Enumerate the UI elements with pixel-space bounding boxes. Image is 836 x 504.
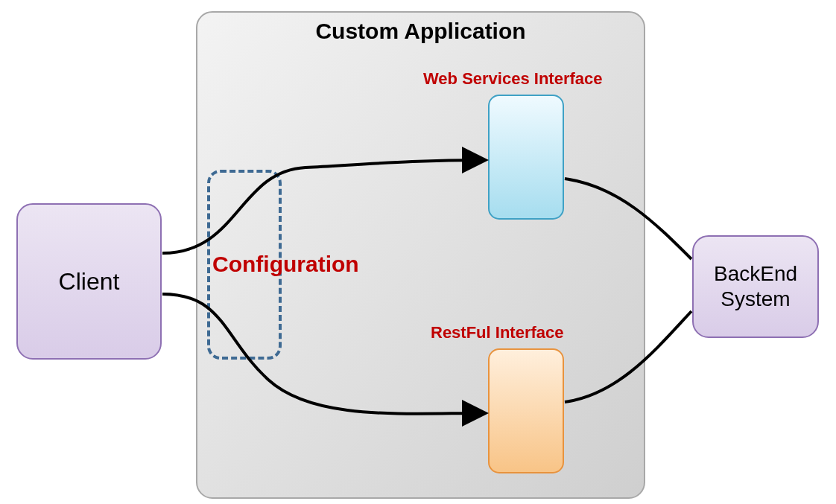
client-box: Client bbox=[16, 203, 162, 360]
web-services-label: Web Services Interface bbox=[423, 69, 603, 89]
custom-application-title: Custom Application bbox=[197, 19, 644, 44]
diagram-canvas: Client Custom Application Configuration … bbox=[0, 0, 836, 504]
restful-label: RestFul Interface bbox=[431, 323, 564, 342]
backend-box: BackEndSystem bbox=[692, 235, 819, 338]
client-label: Client bbox=[59, 268, 120, 296]
configuration-label: Configuration bbox=[212, 252, 359, 277]
web-services-box bbox=[488, 95, 564, 220]
backend-label: BackEndSystem bbox=[714, 261, 797, 311]
restful-box bbox=[488, 348, 564, 473]
